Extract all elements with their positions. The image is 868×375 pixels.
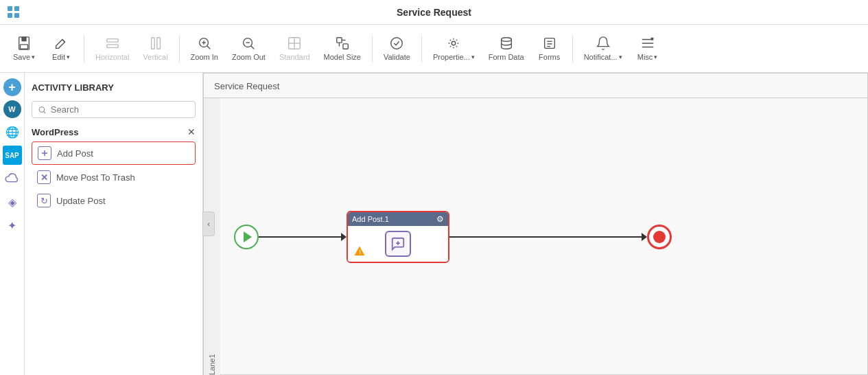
page-title: Service Request <box>397 7 471 18</box>
vertical-button[interactable]: Vertical <box>138 33 174 64</box>
move-post-icon: ✕ <box>37 170 51 184</box>
forms-button[interactable]: Forms <box>532 33 567 64</box>
lane-label: Lane1 <box>203 98 220 375</box>
add-post-label: Add Post <box>57 148 93 159</box>
svg-rect-1 <box>14 6 19 11</box>
svg-rect-6 <box>21 45 28 49</box>
end-node-inner <box>653 231 666 243</box>
svg-rect-9 <box>151 38 154 49</box>
sidebar-eth-icon[interactable]: ◈ <box>3 192 22 212</box>
svg-point-26 <box>452 41 456 45</box>
update-post-item[interactable]: ↻ Update Post <box>32 190 196 212</box>
activity-node[interactable]: Add Post.1 ⚙ <box>347 211 449 263</box>
form-data-button[interactable]: Form Data <box>483 33 530 64</box>
sidebar-sap-icon[interactable]: SAP <box>3 146 22 165</box>
end-node[interactable] <box>647 225 672 249</box>
svg-rect-10 <box>156 38 160 49</box>
standard-button[interactable]: Standard <box>274 33 316 64</box>
wordpress-section-title: WordPress <box>32 127 78 137</box>
svg-line-34 <box>44 111 46 113</box>
edit-button[interactable]: Edit ▾ <box>44 33 78 64</box>
close-wordpress-button[interactable]: ✕ <box>187 126 196 137</box>
svg-rect-5 <box>21 37 26 41</box>
activity-node-icon <box>385 231 411 257</box>
svg-rect-2 <box>8 13 12 18</box>
svg-rect-22 <box>343 44 348 49</box>
update-post-label: Update Post <box>56 196 106 206</box>
misc-button[interactable]: Misc ▾ <box>631 33 665 64</box>
flow-line-2 <box>449 236 642 238</box>
svg-rect-21 <box>336 38 341 43</box>
svg-line-17 <box>251 46 255 49</box>
horizontal-button[interactable]: Horizontal <box>90 33 135 64</box>
wordpress-section: WordPress ✕ Add Post ✕ Move Post To Tras… <box>32 124 196 212</box>
save-button[interactable]: Save ▾ <box>7 33 41 64</box>
svg-point-33 <box>39 106 44 111</box>
activity-node-header: Add Post.1 ⚙ <box>348 212 448 226</box>
model-size-button[interactable]: Model Size <box>318 33 366 64</box>
svg-point-27 <box>501 38 511 42</box>
sidebar-icons: + W 🌐 SAP ◈ ✦ <box>0 73 25 375</box>
sidebar-add-icon[interactable]: + <box>3 78 21 96</box>
activity-panel: ACTIVITY LIBRARY WordPress ✕ <box>25 73 203 375</box>
add-post-item[interactable]: Add Post <box>32 141 196 165</box>
start-node[interactable] <box>234 225 259 249</box>
move-post-item[interactable]: ✕ Move Post To Trash <box>32 166 196 188</box>
properties-button[interactable]: Propertie... ▾ <box>427 33 480 64</box>
search-box[interactable] <box>32 101 196 118</box>
notification-button[interactable]: Notificat... ▾ <box>578 33 628 64</box>
svg-rect-32 <box>650 38 653 41</box>
validate-button[interactable]: Validate <box>378 33 416 64</box>
activity-node-body: ! <box>348 226 448 262</box>
toolbar: Save ▾ Edit ▾ Horizontal Vertical <box>0 25 868 73</box>
sidebar-extra-icon[interactable]: ✦ <box>3 216 22 235</box>
zoom-in-button[interactable]: Zoom In <box>185 33 224 64</box>
collapse-panel-button[interactable]: ‹ <box>202 212 215 236</box>
move-post-label: Move Post To Trash <box>56 172 135 183</box>
svg-rect-8 <box>107 45 119 48</box>
sidebar-globe-icon[interactable]: 🌐 <box>3 122 22 141</box>
activity-settings-icon[interactable]: ⚙ <box>436 214 444 224</box>
canvas-title: Service Request <box>214 81 279 91</box>
flow-arrow-1 <box>341 233 347 241</box>
lane: Lane1 Add Post.1 ⚙ <box>203 98 868 375</box>
svg-point-25 <box>391 38 403 49</box>
wordpress-header: WordPress ✕ <box>32 124 196 140</box>
sidebar-wp-icon[interactable]: W <box>3 100 21 118</box>
activity-node-title: Add Post.1 <box>352 215 389 223</box>
canvas-area: Service Request Lane1 Add Post.1 ⚙ <box>203 73 868 375</box>
search-input[interactable] <box>51 104 189 115</box>
warning-icon: ! <box>353 245 366 258</box>
flow-arrow-2 <box>642 233 647 241</box>
svg-rect-7 <box>107 39 119 43</box>
search-icon <box>38 105 47 115</box>
activity-panel-title: ACTIVITY LIBRARY <box>32 80 196 95</box>
zoom-out-button[interactable]: Zoom Out <box>226 33 271 64</box>
sidebar-cloud-icon[interactable] <box>3 169 22 188</box>
svg-line-14 <box>207 46 210 49</box>
update-post-icon: ↻ <box>37 194 51 207</box>
svg-text:!: ! <box>359 249 361 255</box>
lane-content: Add Post.1 ⚙ <box>220 98 868 375</box>
add-post-icon <box>38 146 51 160</box>
flow-line-1 <box>259 236 341 238</box>
svg-rect-0 <box>8 6 12 11</box>
svg-rect-3 <box>14 13 19 18</box>
grid-icon <box>7 5 21 21</box>
